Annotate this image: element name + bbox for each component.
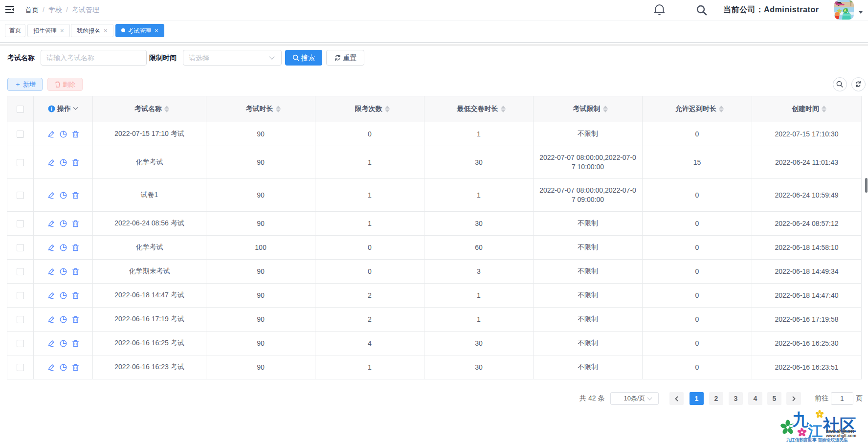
svg-text:九江信韵言世事 百姓论坛道民生: 九江信韵言世事 百姓论坛道民生 <box>786 437 848 443</box>
svg-text:九: 九 <box>792 410 809 429</box>
